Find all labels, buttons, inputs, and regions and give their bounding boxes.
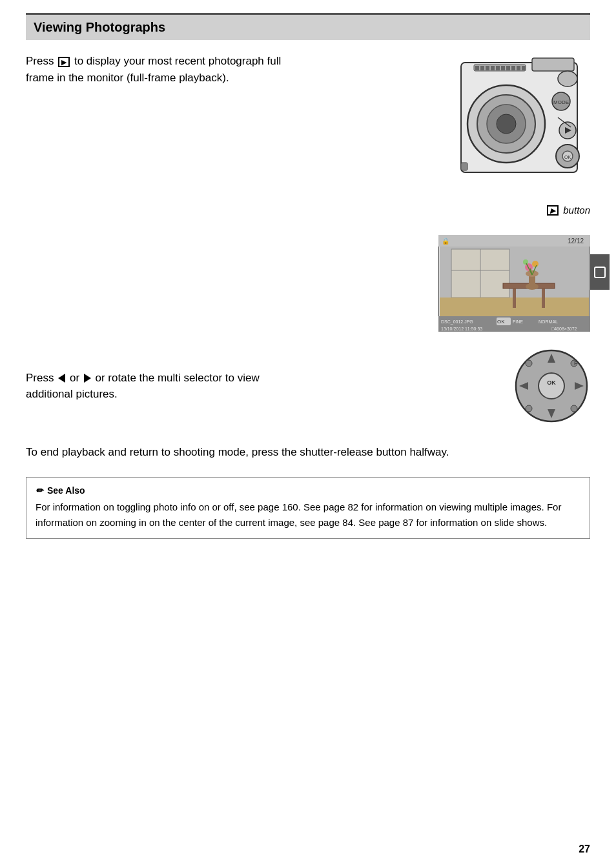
see-also-text: For information on toggling photo info o… <box>36 500 580 530</box>
see-also-title: ✏ See Also <box>36 485 580 496</box>
svg-text:OK: OK <box>497 319 505 325</box>
svg-rect-4 <box>480 66 484 70</box>
section-header: Viewing Photographs <box>26 13 590 40</box>
svg-rect-6 <box>491 66 495 70</box>
svg-text:12/12: 12/12 <box>568 237 584 245</box>
svg-text:OK: OK <box>564 155 571 159</box>
svg-rect-5 <box>486 66 489 70</box>
section-title: Viewing Photographs <box>34 20 165 34</box>
left-arrow-icon <box>58 374 65 383</box>
screen-preview: 🔒 12/12 <box>438 235 590 332</box>
svg-point-65 <box>526 405 532 412</box>
svg-rect-25 <box>461 163 467 170</box>
svg-point-16 <box>497 114 516 134</box>
paragraph2-prefix: Press <box>26 372 54 384</box>
svg-point-66 <box>571 405 577 412</box>
see-also-label: See Also <box>47 485 85 496</box>
see-also-box: ✏ See Also For information on toggling p… <box>26 477 590 539</box>
svg-rect-38 <box>542 288 545 308</box>
camera-diagram: MODE OK <box>448 53 590 195</box>
svg-text:□4608×3072: □4608×3072 <box>551 327 577 331</box>
svg-point-57 <box>539 373 564 399</box>
svg-rect-11 <box>517 66 520 70</box>
paragraph-1: Press ▶ to display your most recent phot… <box>26 53 297 86</box>
button-label-text: button <box>563 205 590 216</box>
svg-rect-7 <box>496 66 500 70</box>
svg-rect-1 <box>532 58 574 71</box>
paragraph1-prefix: Press <box>26 55 54 67</box>
svg-rect-3 <box>475 66 479 70</box>
top-content-area: Press ▶ to display your most recent phot… <box>26 53 590 216</box>
svg-point-44 <box>523 259 528 265</box>
button-label: ▶ button <box>546 205 590 216</box>
svg-text:13/10/2012 11:50:53: 13/10/2012 11:50:53 <box>441 327 482 331</box>
multi-selector-diagram: OK F <box>513 347 590 425</box>
middle-section: Press or or rotate the multi selector to… <box>26 347 590 425</box>
svg-point-17 <box>558 71 577 86</box>
bookmark-icon <box>594 267 606 278</box>
screen-and-tab: 🔒 12/12 <box>438 235 590 334</box>
right-arrow-icon <box>84 374 91 383</box>
svg-rect-37 <box>513 288 516 308</box>
paragraph2-or: or <box>70 372 79 384</box>
svg-rect-12 <box>522 66 526 70</box>
page-container: Viewing Photographs Press ▶ to display y… <box>0 0 616 868</box>
paragraph-2: Press or or rotate the multi selector to… <box>26 370 284 403</box>
svg-rect-8 <box>501 66 505 70</box>
see-also-pencil-icon: ✏ <box>36 485 43 496</box>
svg-text:DSC_0012.JPG: DSC_0012.JPG <box>441 319 473 325</box>
svg-text:🔒: 🔒 <box>442 237 450 245</box>
svg-text:NORMAL: NORMAL <box>539 319 558 324</box>
screen-preview-wrapper: 🔒 12/12 <box>26 235 590 334</box>
paragraph3-text: To end playback and return to shooting m… <box>26 446 449 458</box>
svg-point-43 <box>532 261 539 267</box>
svg-rect-10 <box>511 66 515 70</box>
svg-rect-9 <box>506 66 510 70</box>
paragraph-3: To end playback and return to shooting m… <box>26 444 590 461</box>
svg-text:FINE: FINE <box>513 319 523 324</box>
svg-text:F: F <box>574 360 578 367</box>
bookmark-tab <box>590 254 610 290</box>
svg-text:MODE: MODE <box>553 99 569 105</box>
play-button-icon: ▶ <box>58 57 70 67</box>
right-images-area: MODE OK ▶ button <box>448 53 590 216</box>
svg-text:OK: OK <box>547 379 556 386</box>
button-label-icon: ▶ <box>547 205 559 216</box>
page-number: 27 <box>579 843 590 855</box>
svg-point-63 <box>526 360 532 367</box>
